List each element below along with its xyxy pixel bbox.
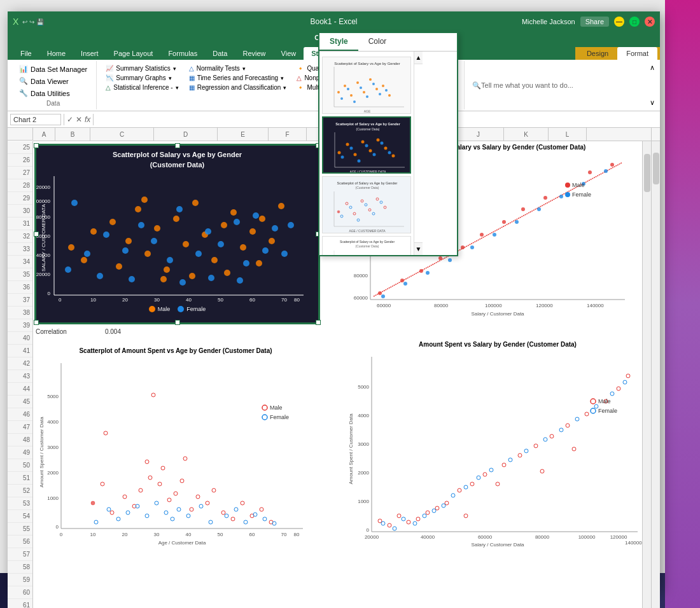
- btn-dataset-manager[interactable]: 📊 Data Set Manager: [15, 64, 91, 74]
- analyses-col1: 📈 Summary Statistics ▾ 📉 Summary Graphs …: [102, 64, 182, 107]
- style-thumb-3[interactable]: Scatterplot of Salary vs Age by Gender (…: [322, 176, 411, 233]
- handle-tl[interactable]: [34, 143, 39, 148]
- svg-text:60: 60: [249, 532, 255, 537]
- chevron-down-icon[interactable]: ∨: [650, 99, 655, 107]
- svg-point-153: [145, 460, 149, 464]
- svg-text:AGE / CUSTOMER DATA: AGE / CUSTOMER DATA: [349, 170, 386, 174]
- row-60: 60: [8, 586, 32, 599]
- handle-tc[interactable]: [175, 143, 180, 148]
- style-tab-style[interactable]: Style: [319, 33, 358, 51]
- col-header-d[interactable]: D: [154, 128, 218, 141]
- svg-point-248: [350, 94, 353, 97]
- style-scroll-down[interactable]: ▼: [414, 242, 423, 255]
- btn-normality[interactable]: △ Normality Tests ▾: [185, 64, 291, 73]
- btn-data-viewer[interactable]: 🔍 Data Viewer: [15, 76, 91, 86]
- chevron-up-icon[interactable]: ∧: [650, 64, 655, 72]
- svg-point-206: [470, 482, 474, 486]
- svg-point-255: [340, 97, 343, 100]
- checkmark-icon[interactable]: ✓: [67, 115, 73, 124]
- outer-v-scrollbar[interactable]: [651, 141, 660, 608]
- tab-home[interactable]: Home: [39, 47, 73, 60]
- col-header-j[interactable]: J: [453, 128, 504, 141]
- chart3-svg: Amount Spent / Customer Data 0 1000 2000…: [36, 357, 316, 548]
- style-thumb-1[interactable]: Scatterplot of Salary vs Age by Gender: [322, 57, 411, 114]
- btn-regression[interactable]: ▦ Regression and Classification ▾: [185, 83, 291, 92]
- row-55: 55: [8, 523, 32, 535]
- style-thumb-2[interactable]: Scatterplot of Salary vs Age by Gender (…: [322, 116, 411, 174]
- svg-point-272: [361, 141, 365, 144]
- svg-point-209: [518, 453, 522, 457]
- svg-point-220: [572, 447, 576, 451]
- formula-divider2: [93, 114, 94, 125]
- svg-point-35: [230, 209, 237, 216]
- svg-point-70: [288, 222, 294, 228]
- maximize-button[interactable]: □: [629, 17, 640, 27]
- tab-data[interactable]: Data: [205, 47, 235, 60]
- svg-text:30: 30: [154, 532, 160, 537]
- tab-insert[interactable]: Insert: [73, 47, 106, 60]
- svg-text:50: 50: [218, 297, 223, 303]
- handle-br[interactable]: [316, 320, 321, 325]
- svg-text:80: 80: [294, 297, 300, 303]
- row-37: 37: [8, 294, 32, 307]
- close-button[interactable]: ✕: [645, 17, 655, 27]
- chart1-selected[interactable]: Scatterplot of Salary vs Age by Gender (…: [36, 145, 319, 323]
- dataviewer-icon: 🔍: [19, 77, 28, 85]
- name-box[interactable]: Chart 2: [10, 114, 61, 125]
- row-56: 56: [8, 535, 32, 548]
- row-29: 29: [8, 192, 32, 205]
- col-header-k[interactable]: K: [504, 128, 549, 141]
- tab-design[interactable]: Design: [578, 47, 617, 60]
- handle-ml[interactable]: [34, 231, 39, 237]
- col-header-a[interactable]: A: [33, 128, 55, 141]
- col-header-c[interactable]: C: [90, 128, 154, 141]
- cross-icon[interactable]: ✕: [76, 115, 82, 124]
- svg-text:0: 0: [59, 297, 62, 303]
- row-50: 50: [8, 459, 32, 472]
- tab-review[interactable]: Review: [235, 47, 273, 60]
- btn-data-utilities[interactable]: 🔧 Data Utilities: [15, 88, 91, 99]
- col-header-e[interactable]: E: [218, 128, 269, 141]
- svg-text:0: 0: [56, 524, 59, 530]
- svg-text:Salary / Customer Data: Salary / Customer Data: [471, 542, 524, 548]
- style-thumb-4[interactable]: Scatterplot of Salary vs Age by Gender (…: [322, 236, 411, 255]
- row-57: 57: [8, 548, 32, 561]
- tell-me-bar[interactable]: 🔍 Tell me what you want to do...: [465, 61, 581, 109]
- tab-view[interactable]: View: [274, 47, 304, 60]
- svg-point-150: [260, 508, 263, 511]
- chart3[interactable]: Scatterplot of Amount Spent vs Age by Ge…: [36, 345, 316, 555]
- analyses-col2: △ Normality Tests ▾ ▦ Time Series and Fo…: [185, 64, 291, 107]
- svg-point-66: [179, 279, 186, 286]
- share-button[interactable]: Share: [580, 17, 609, 27]
- svg-point-87: [419, 269, 423, 273]
- tab-page-layout[interactable]: Page Layout: [106, 47, 161, 60]
- col-header-f[interactable]: F: [269, 128, 307, 141]
- style-scroll-up[interactable]: ▲: [414, 52, 423, 64]
- svg-point-68: [237, 277, 243, 284]
- window-title: Book1 - Excel: [310, 17, 357, 26]
- handle-bc[interactable]: [175, 320, 180, 325]
- tab-formulas[interactable]: Formulas: [160, 47, 205, 60]
- svg-text:80000: 80000: [36, 214, 51, 220]
- btn-timeseries[interactable]: ▦ Time Series and Forecasting ▾: [185, 73, 291, 83]
- outer-scroll-thumb[interactable]: [653, 153, 659, 184]
- col-header-b[interactable]: B: [55, 128, 90, 141]
- col-header-l[interactable]: L: [549, 128, 587, 141]
- btn-summary-graphs[interactable]: 📉 Summary Graphs ▾: [102, 73, 182, 83]
- handle-bl[interactable]: [34, 320, 39, 325]
- scroll-thumb[interactable]: [644, 154, 650, 192]
- row-35: 35: [8, 268, 32, 281]
- minimize-button[interactable]: —: [614, 17, 624, 27]
- svg-point-198: [388, 523, 391, 527]
- btn-statistical-inference[interactable]: △ Statistical Inference - ▾: [102, 83, 182, 92]
- svg-point-95: [588, 170, 592, 174]
- tab-file[interactable]: File: [13, 47, 39, 60]
- style-tab-color[interactable]: Color: [358, 33, 397, 51]
- svg-point-98: [403, 282, 407, 286]
- svg-text:30: 30: [154, 297, 160, 303]
- vertical-scrollbar[interactable]: [642, 141, 651, 608]
- btn-summary-stats[interactable]: 📈 Summary Statistics ▾: [102, 64, 182, 73]
- row-44: 44: [8, 383, 32, 396]
- chart4[interactable]: Amount Spent vs Salary by Gender (Custom…: [345, 338, 650, 558]
- tab-format[interactable]: Format: [617, 47, 657, 60]
